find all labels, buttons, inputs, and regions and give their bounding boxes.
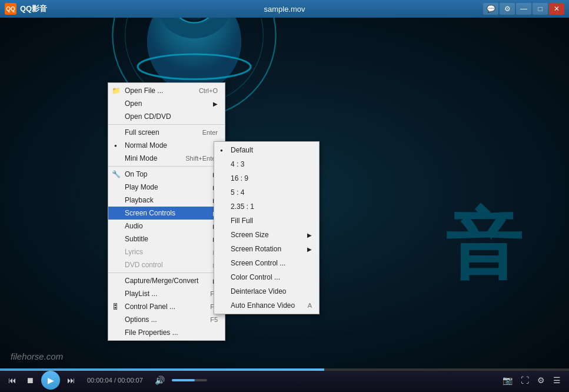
separator-2 bbox=[108, 166, 225, 167]
menu-item-screen-controls[interactable]: Screen Controls ▶ bbox=[108, 207, 225, 220]
menu-label-open-file: Open File ... bbox=[125, 87, 163, 95]
menu-item-playback[interactable]: Playback ▶ bbox=[108, 194, 225, 207]
play-button[interactable]: ▶ bbox=[41, 371, 60, 390]
menu-label-audio: Audio bbox=[125, 222, 143, 230]
submenu-item-screen-control[interactable]: Screen Control ... bbox=[214, 256, 319, 270]
menu-label-subtitle: Subtitle bbox=[125, 235, 148, 243]
menu-shortcut-options: F5 bbox=[198, 316, 218, 323]
menu-item-open-cd[interactable]: Open CD/DVD bbox=[108, 110, 225, 123]
menu-item-file-properties[interactable]: File Properties ... bbox=[108, 326, 225, 339]
menu-shortcut-mini-mode: Shift+Enter bbox=[174, 155, 218, 162]
menu-item-normal-mode[interactable]: ● Normal Mode bbox=[108, 139, 225, 152]
submenu-item-auto-enhance[interactable]: Auto Enhance Video A bbox=[214, 298, 319, 313]
time-display: 00:00:04 / 00:00:07 bbox=[87, 377, 143, 384]
next-button[interactable]: ⏭ bbox=[65, 374, 78, 386]
submenu-label-screen-size: Screen Size bbox=[231, 231, 269, 239]
time-current: 00:00:04 bbox=[87, 377, 112, 384]
screenshot-button[interactable]: 📷 bbox=[500, 374, 515, 386]
chinese-character: 音 bbox=[445, 194, 522, 298]
submenu-item-4-3[interactable]: 4 : 3 bbox=[214, 157, 319, 171]
menu-label-options: Options ... bbox=[125, 315, 157, 324]
on-top-icon: 🔧 bbox=[112, 170, 121, 178]
menu-label-lyrics: Lyrics bbox=[125, 248, 143, 256]
window-title: sample.mov bbox=[264, 5, 305, 14]
menu-label-mini-mode: Mini Mode bbox=[125, 154, 157, 162]
volume-fill bbox=[172, 379, 195, 381]
menu-item-options[interactable]: Options ... F5 bbox=[108, 313, 225, 326]
progress-fill bbox=[0, 368, 324, 371]
menu-item-fullscreen[interactable]: Full screen Enter bbox=[108, 126, 225, 139]
title-bar: QQ QQ影音 sample.mov 💬 ⚙ — □ ✕ bbox=[0, 0, 569, 18]
submenu-item-screen-size[interactable]: Screen Size ▶ bbox=[214, 228, 319, 242]
auto-enhance-shortcut: A bbox=[296, 302, 312, 309]
menu-item-subtitle[interactable]: Subtitle ▶ bbox=[108, 232, 225, 245]
maximize-button[interactable]: □ bbox=[533, 3, 548, 15]
previous-button[interactable]: ⏮ bbox=[6, 374, 19, 386]
menu-item-control-panel[interactable]: 🎛 Control Panel ... F4 bbox=[108, 300, 225, 313]
submenu-label-5-4: 5 : 4 bbox=[231, 188, 244, 197]
progress-bar[interactable] bbox=[0, 368, 569, 371]
normal-mode-bullet: ● bbox=[114, 143, 117, 148]
fullscreen-button[interactable]: ⛶ bbox=[518, 374, 531, 386]
menu-label-playback: Playback bbox=[125, 196, 154, 204]
titlebar-left: QQ QQ影音 bbox=[5, 3, 47, 15]
menu-item-open-file[interactable]: 📁 Open File ... Ctrl+O bbox=[108, 84, 225, 97]
menu-item-audio[interactable]: Audio ▶ bbox=[108, 220, 225, 232]
submenu-item-2-35-1[interactable]: 2.35 : 1 bbox=[214, 200, 319, 214]
submenu-label-auto-enhance: Auto Enhance Video bbox=[231, 301, 295, 310]
right-controls: 📷 ⛶ ⚙ ☰ bbox=[500, 374, 563, 386]
submenu-item-fill-full[interactable]: Fill Full bbox=[214, 214, 319, 228]
message-button[interactable]: 💬 bbox=[483, 3, 498, 15]
submenu-item-default[interactable]: ● Default bbox=[214, 143, 319, 157]
menu-item-dvd-control: DVD control ▶ bbox=[108, 258, 225, 271]
watermark-text: filehorse.com bbox=[11, 351, 63, 361]
submenu-item-5-4[interactable]: 5 : 4 bbox=[214, 185, 319, 200]
open-file-icon: 📁 bbox=[112, 87, 121, 95]
menu-item-play-mode[interactable]: Play Mode ▶ bbox=[108, 181, 225, 194]
separator-3 bbox=[108, 273, 225, 273]
logo-text: QQ bbox=[6, 6, 15, 12]
app-name: QQ影音 bbox=[20, 4, 47, 14]
menu-item-playlist[interactable]: PlayList ... F3 bbox=[108, 287, 225, 300]
submenu-item-16-9[interactable]: 16 : 9 bbox=[214, 171, 319, 185]
submenu-item-deinterlace[interactable]: Deinterlace Video bbox=[214, 284, 319, 298]
menu-label-capture-merge: Capture/Merge/Convert bbox=[125, 277, 198, 285]
menu-item-lyrics: Lyrics ▶ bbox=[108, 245, 225, 258]
close-button[interactable]: ✕ bbox=[549, 3, 564, 15]
context-menu: 📁 Open File ... Ctrl+O Open ▶ Open CD/DV… bbox=[108, 82, 225, 341]
screen-rotation-arrow-icon: ▶ bbox=[295, 246, 312, 253]
submenu-item-color-control[interactable]: Color Control ... bbox=[214, 270, 319, 284]
separator-1 bbox=[108, 124, 225, 125]
menu-label-fullscreen: Full screen bbox=[125, 128, 159, 137]
stop-button[interactable]: ⏹ bbox=[24, 374, 36, 386]
menu-shortcut-open-file: Ctrl+O bbox=[187, 87, 218, 94]
watermark: filehorse.com bbox=[11, 351, 63, 361]
control-bar: ⏮ ⏹ ▶ ⏭ 00:00:04 / 00:00:07 🔊 📷 ⛶ ⚙ ☰ bbox=[0, 368, 569, 392]
volume-icon[interactable]: 🔊 bbox=[152, 374, 167, 386]
menu-item-open[interactable]: Open ▶ bbox=[108, 97, 225, 110]
settings-ctrl-button[interactable]: ⚙ bbox=[535, 374, 547, 386]
menu-label-dvd-control: DVD control bbox=[125, 261, 163, 269]
volume-slider[interactable] bbox=[172, 379, 207, 381]
app-logo: QQ bbox=[5, 3, 16, 15]
menu-shortcut-fullscreen: Enter bbox=[191, 129, 218, 136]
menu-label-screen-controls: Screen Controls bbox=[125, 209, 175, 217]
video-area: 音 filehorse.com 📁 Open File ... Ctrl+O O… bbox=[0, 18, 569, 368]
submenu-label-fill-full: Fill Full bbox=[231, 217, 253, 225]
menu-item-capture-merge[interactable]: Capture/Merge/Convert ▶ bbox=[108, 274, 225, 287]
submenu-item-screen-rotation[interactable]: Screen Rotation ▶ bbox=[214, 242, 319, 256]
menu-label-file-properties: File Properties ... bbox=[125, 328, 178, 337]
menu-item-mini-mode[interactable]: Mini Mode Shift+Enter bbox=[108, 152, 225, 165]
submenu-screen-controls: ● Default 4 : 3 16 : 9 5 : 4 2.35 : 1 Fi… bbox=[214, 141, 320, 314]
minimize-button[interactable]: — bbox=[516, 3, 531, 15]
submenu-label-default: Default bbox=[231, 146, 253, 154]
menu-item-on-top[interactable]: 🔧 On Top ▶ bbox=[108, 168, 225, 181]
submenu-label-16-9: 16 : 9 bbox=[231, 174, 248, 182]
submenu-label-2-35-1: 2.35 : 1 bbox=[231, 202, 254, 211]
open-arrow-icon: ▶ bbox=[213, 101, 218, 107]
menu-label-normal-mode: Normal Mode bbox=[125, 141, 167, 150]
playlist-ctrl-button[interactable]: ☰ bbox=[551, 374, 563, 386]
submenu-label-color-control: Color Control ... bbox=[231, 273, 280, 281]
menu-label-control-panel: Control Panel ... bbox=[125, 303, 175, 311]
settings-button[interactable]: ⚙ bbox=[500, 3, 515, 15]
